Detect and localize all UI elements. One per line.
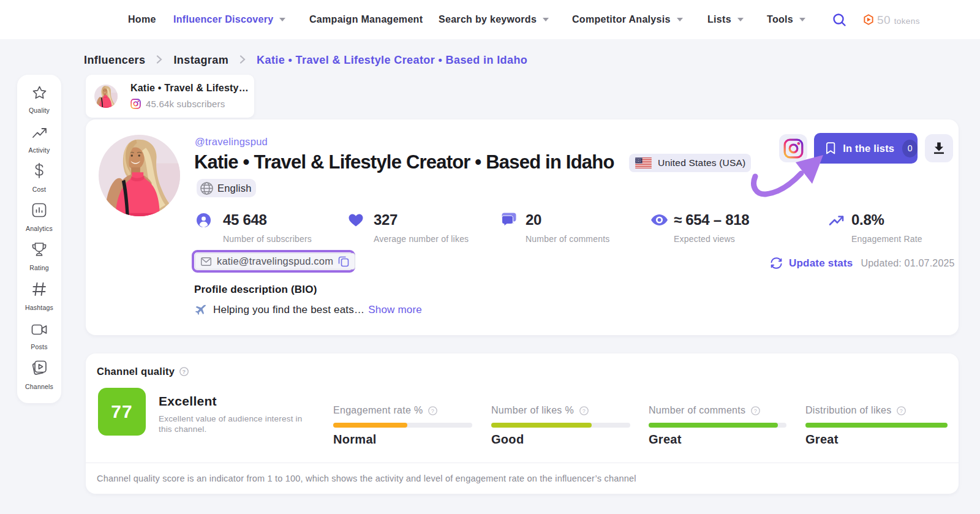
- svg-text:?: ?: [431, 407, 434, 414]
- svg-text:?: ?: [900, 407, 903, 414]
- svg-text:?: ?: [183, 369, 186, 375]
- svg-text:?: ?: [754, 407, 757, 414]
- svg-text:?: ?: [582, 407, 586, 414]
